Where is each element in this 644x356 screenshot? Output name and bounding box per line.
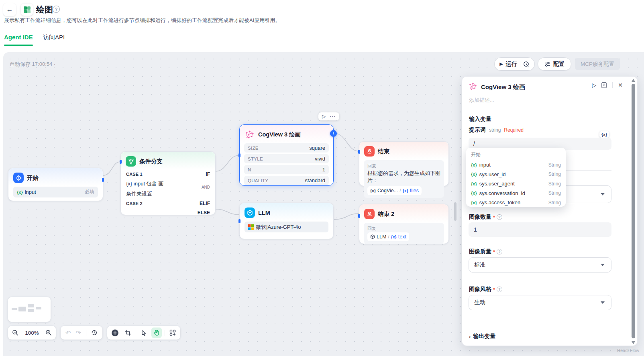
divider — [612, 82, 613, 88]
end-pin-icon — [364, 209, 375, 219]
node-end-2[interactable]: 结束 2 回复 LLM / {x} text — [359, 204, 449, 244]
node-end[interactable]: 结束 回复 根据您的需求，为您生成如下图片： {x} CogVie... / {… — [359, 141, 449, 186]
param-key: STYLE — [248, 157, 263, 161]
back-button[interactable]: ← — [3, 3, 16, 16]
save-file-icon[interactable] — [601, 82, 607, 88]
floating-scrollbar-thumb[interactable] — [454, 202, 457, 221]
zoom-out-icon[interactable] — [12, 330, 18, 336]
param-value: vivid — [315, 156, 325, 162]
add-connection-button[interactable]: + — [330, 130, 337, 137]
zoom-controls: 100% — [8, 326, 56, 340]
reply-box: 回复 LLM / {x} text — [364, 223, 444, 244]
variable-icon: {x} — [391, 234, 397, 239]
input-handle[interactable] — [358, 150, 360, 154]
image-quality-select[interactable]: 标准 — [469, 257, 611, 273]
output-vars-toggle[interactable]: › 输出变量 — [469, 333, 495, 340]
input-handle[interactable] — [238, 219, 240, 223]
end-pin-icon — [364, 146, 375, 157]
scroll-down-arrow[interactable] — [632, 341, 635, 344]
select-cursor-icon[interactable] — [139, 328, 149, 338]
zoom-level[interactable]: 100% — [25, 330, 39, 336]
start-target-icon — [13, 173, 24, 183]
active-tab-underline — [4, 45, 33, 46]
history-controls: ↶ ↷ — [61, 326, 102, 340]
condition-unset: 条件未设置 — [126, 190, 152, 197]
close-panel-icon[interactable]: ✕ — [618, 82, 623, 88]
input-handle[interactable] — [358, 214, 360, 218]
help-icon[interactable]: ? — [53, 6, 60, 13]
input-handle[interactable] — [120, 160, 122, 164]
param-key: QUALITY — [248, 178, 268, 183]
llm-cube-icon — [245, 207, 255, 218]
zoom-in-icon[interactable] — [45, 330, 52, 336]
divider — [86, 330, 86, 336]
image-style-select[interactable]: 生动 — [469, 295, 611, 310]
variable-dropdown: 开始 {x}inputString {x}sys.user_idString {… — [466, 148, 566, 207]
help-icon[interactable]: ? — [497, 249, 502, 254]
description-placeholder[interactable]: 添加描述... — [469, 97, 494, 104]
variable-icon: {x} — [403, 188, 408, 193]
image-count-input[interactable]: 1 — [469, 222, 611, 237]
run-node-icon[interactable]: ▷ — [322, 114, 326, 119]
node-title: 结束 — [378, 148, 389, 155]
node-condition[interactable]: 条件分支 CASE 1IF {x} input 包含 画 AND 条件未设置 C… — [120, 151, 216, 215]
param-value: standard — [305, 177, 325, 183]
node-title: 条件分支 — [139, 158, 163, 165]
scroll-up-arrow[interactable] — [632, 79, 635, 82]
variable-icon: {x} — [17, 190, 23, 195]
branch-icon — [126, 156, 136, 167]
chevron-right-icon: › — [469, 334, 471, 340]
output-handle[interactable] — [102, 178, 104, 182]
add-node-button[interactable] — [110, 328, 120, 338]
history-icon[interactable] — [91, 330, 98, 336]
case1-label: CASE 1 — [126, 172, 143, 177]
variable-icon: {x} — [471, 191, 477, 195]
scrollbar-thumb[interactable] — [632, 84, 635, 338]
reply-label: 回复 — [367, 226, 440, 232]
frame-tool-icon[interactable] — [123, 328, 133, 338]
node-cogview[interactable]: CogView 3 绘画 SIZEsquare STYLEvivid N1 QU… — [239, 124, 334, 186]
dropdown-item[interactable]: {x}sys.conversation_idString — [471, 189, 561, 198]
elif-label: ELIF — [200, 201, 210, 206]
undo-icon[interactable]: ↶ — [65, 329, 71, 337]
dropdown-item[interactable]: {x}sys.user_agentString — [471, 179, 561, 189]
help-icon[interactable]: ? — [497, 214, 502, 220]
input-handle[interactable] — [238, 153, 240, 157]
pan-hand-icon[interactable] — [151, 328, 162, 338]
panel-title: CogView 3 绘画 — [481, 83, 525, 91]
dropdown-item[interactable]: {x}inputString — [471, 160, 561, 170]
node-llm[interactable]: LLM 微软|Azure-GPT-4o — [239, 203, 334, 239]
help-icon[interactable]: ? — [497, 287, 502, 292]
llm-model-row: 微软|Azure-GPT-4o — [245, 222, 328, 232]
variable-icon: {x} — [370, 188, 376, 193]
condition-expression: {x} input 包含 画 — [126, 180, 163, 187]
dropdown-item[interactable]: {x}sys.user_idString — [471, 170, 561, 179]
redo-icon[interactable]: ↷ — [75, 329, 81, 337]
required-star: * — [493, 249, 495, 255]
tab-agent-ide[interactable]: Agent IDE — [4, 34, 33, 41]
chevron-down-icon — [601, 301, 605, 304]
variable-reference-chip: {x} CogVie... / {x} files — [367, 186, 422, 195]
more-icon[interactable]: ··· — [330, 114, 336, 119]
prompt-label: 提示词 — [469, 126, 486, 134]
dropdown-group-label: 开始 — [471, 151, 561, 158]
variable-icon: {x} — [471, 172, 477, 177]
panel-scrollbar[interactable] — [631, 78, 636, 345]
param-value: 1 — [322, 167, 325, 173]
minimap[interactable] — [8, 297, 51, 322]
cogview-network-icon — [245, 129, 255, 140]
chevron-down-icon — [601, 193, 605, 195]
else-label: ELSE — [198, 210, 210, 216]
insert-variable-button[interactable]: {x} — [599, 131, 609, 138]
node-config-panel: CogView 3 绘画 ▷ ✕ 添加描述... 输入变量 提示词 string… — [462, 76, 638, 346]
variable-icon: {x} — [471, 181, 477, 186]
divider — [165, 330, 165, 336]
tab-api-access[interactable]: 访问API — [43, 34, 65, 41]
dropdown-item[interactable]: {x}sys.access_tokenString — [471, 198, 561, 207]
node-start[interactable]: 开始 {x} input 必填 — [8, 168, 103, 201]
run-node-icon[interactable]: ▷ — [592, 82, 596, 88]
auto-layout-icon[interactable] — [167, 328, 178, 338]
image-style-label: 图像风格*? — [469, 286, 502, 293]
prompt-required-badge: Required — [504, 127, 524, 133]
node-title: LLM — [258, 210, 270, 216]
